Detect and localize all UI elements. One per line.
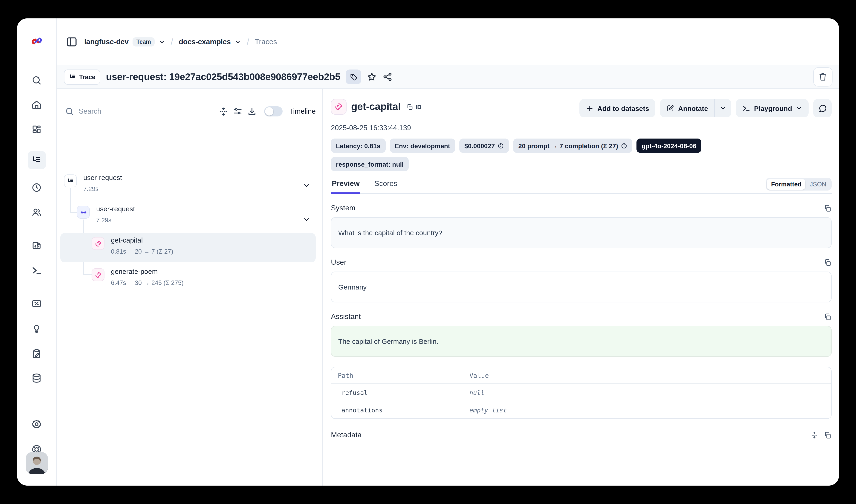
response-format-badge: response_format: null <box>331 157 409 171</box>
home-icon[interactable] <box>28 95 46 114</box>
toggle-thumb <box>265 107 273 115</box>
trace-tree-panel: Timeline <box>57 89 322 486</box>
format-toggle: Formatted JSON <box>766 178 832 191</box>
chevron-down-icon[interactable] <box>235 38 242 45</box>
copy-icon[interactable] <box>824 204 832 212</box>
column-header-value: Value <box>469 372 489 379</box>
node-label: user-request <box>83 174 122 181</box>
cost-badge[interactable]: $0.000027 <box>459 139 509 153</box>
pen-square-icon <box>666 104 675 112</box>
users-icon[interactable] <box>28 203 46 221</box>
scores-percent-icon[interactable] <box>28 294 46 312</box>
datasets-database-icon[interactable] <box>28 369 46 387</box>
copy-id-control[interactable]: ID <box>406 103 422 110</box>
bookmark-star-icon[interactable] <box>367 72 377 82</box>
row-path: annotations <box>341 407 469 414</box>
generation-node-icon <box>92 268 105 281</box>
breadcrumb-section[interactable]: Traces <box>255 37 277 46</box>
tree-node-span[interactable]: user-request 7.29s <box>57 205 322 232</box>
langfuse-logo-icon <box>31 35 42 47</box>
tree-node-generation-generate-poem[interactable]: generate-poem 6.47s 30 → 245 (Σ 275) <box>57 267 322 294</box>
add-to-datasets-button[interactable]: Add to datasets <box>579 99 656 118</box>
id-label: ID <box>415 103 422 110</box>
copy-icon <box>406 103 413 110</box>
output-properties-table: Path Value refusal null annotations empt… <box>331 367 832 419</box>
comments-button[interactable] <box>813 99 832 118</box>
share-icon[interactable] <box>383 72 393 82</box>
trace-tree: user-request 7.29s user-request 7.29s <box>57 127 322 486</box>
search-icon[interactable] <box>28 71 46 89</box>
node-duration: 6.47s <box>111 280 126 286</box>
search-icon <box>65 107 74 116</box>
observation-detail-panel: get-capital ID Add to datasets <box>323 89 839 486</box>
icon-rail <box>17 18 57 486</box>
playground-button[interactable]: Playground <box>736 99 808 118</box>
timeline-toggle[interactable] <box>264 106 283 116</box>
playground-terminal-icon[interactable] <box>28 261 46 280</box>
tags-button[interactable] <box>346 70 361 84</box>
sessions-clock-icon[interactable] <box>28 178 46 197</box>
chevron-down-icon[interactable] <box>303 216 310 223</box>
copy-icon[interactable] <box>824 431 832 439</box>
row-value: null <box>469 389 484 396</box>
format-option-json[interactable]: JSON <box>806 179 831 190</box>
metadata-title: Metadata <box>331 431 361 439</box>
tree-node-generation-get-capital[interactable]: get-capital 0.81s 20 → 7 (Σ 27) <box>57 236 322 263</box>
screen: langfuse-dev Team / docs-examples / Trac… <box>0 0 856 504</box>
badge-row-2: response_format: null <box>331 157 832 171</box>
node-label: user-request <box>96 205 135 213</box>
user-avatar[interactable] <box>25 452 48 474</box>
evals-lightbulb-icon[interactable] <box>28 319 46 337</box>
tree-node-trace[interactable]: user-request 7.29s <box>57 174 322 200</box>
chevron-down-icon[interactable] <box>159 38 165 45</box>
table-row: annotations empty list <box>331 401 831 418</box>
observation-timestamp: 2025-08-25 16:33:44.139 <box>331 124 832 132</box>
copy-icon[interactable] <box>824 258 832 266</box>
trace-type-badge: Trace <box>64 69 101 85</box>
chevron-down-icon[interactable] <box>303 182 310 189</box>
tag-icon <box>350 73 358 81</box>
tab-scores[interactable]: Scores <box>373 180 398 193</box>
row-path: refusal <box>341 389 469 396</box>
breadcrumb-item[interactable]: docs-examples <box>179 37 231 46</box>
trace-node-icon <box>64 175 77 187</box>
annotate-split-button: Annotate <box>660 99 732 118</box>
delete-trace-button[interactable] <box>813 67 833 87</box>
content-area: Timeline <box>57 89 839 486</box>
collapse-all-icon[interactable] <box>219 107 228 116</box>
tracing-icon[interactable] <box>28 151 46 169</box>
chevron-down-icon <box>796 105 802 111</box>
annotate-dropdown-button[interactable] <box>715 99 732 118</box>
trash-icon <box>818 72 827 82</box>
detail-tabs: Preview Scores Formatted JSON <box>331 180 832 194</box>
copy-icon[interactable] <box>824 313 832 321</box>
download-icon[interactable] <box>247 107 257 116</box>
sidebar-toggle-icon[interactable] <box>66 36 78 48</box>
observation-title: get-capital <box>351 101 401 113</box>
tokens-badge[interactable]: 20 prompt → 7 completion (Σ 27) <box>513 139 632 153</box>
latency-badge: Latency: 0.81s <box>331 139 386 153</box>
detail-header: get-capital ID Add to datasets <box>331 99 832 118</box>
expand-vertical-icon[interactable] <box>810 431 818 439</box>
dashboards-icon[interactable] <box>28 120 46 139</box>
tab-preview[interactable]: Preview <box>331 180 361 193</box>
node-duration: 7.29s <box>96 217 111 224</box>
badge-row-1: Latency: 0.81s Env: development $0.00002… <box>331 139 832 153</box>
metadata-section-header: Metadata <box>331 431 832 447</box>
timeline-toggle-label: Timeline <box>289 107 316 115</box>
section-title: Assistant <box>331 312 361 321</box>
annotate-button[interactable]: Annotate <box>660 99 714 118</box>
main-area: langfuse-dev Team / docs-examples / Trac… <box>57 18 839 486</box>
model-badge[interactable]: gpt-4o-2024-08-06 <box>637 139 701 153</box>
tree-search-input[interactable] <box>79 107 214 115</box>
format-option-formatted[interactable]: Formatted <box>767 179 806 190</box>
prompts-file-code-icon[interactable] <box>28 236 46 254</box>
annotation-clipboard-icon[interactable] <box>28 344 46 363</box>
breadcrumb-project[interactable]: langfuse-dev <box>84 37 129 46</box>
table-row: refusal null <box>331 383 831 401</box>
generation-type-icon <box>331 99 346 114</box>
settings-gear-icon[interactable] <box>28 415 46 434</box>
section-assistant: Assistant The capital of Germany is Berl… <box>331 312 832 357</box>
view-settings-icon[interactable] <box>233 107 243 116</box>
node-label: generate-poem <box>111 267 158 275</box>
